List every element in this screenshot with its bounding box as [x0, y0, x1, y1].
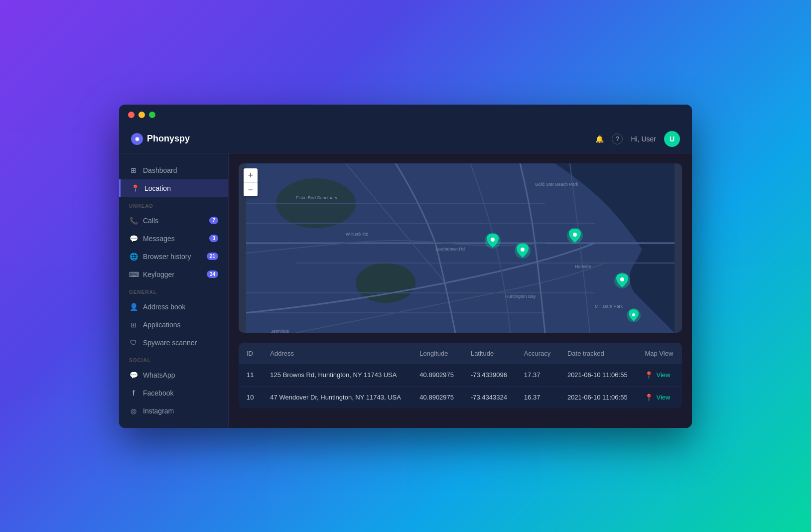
cell-longitude: 40.8902975 — [411, 364, 463, 387]
data-table: ID Address Longitude Latitude Accuracy D… — [239, 343, 682, 408]
cell-latitude: -73.4339096 — [463, 364, 516, 387]
browser-icon: 🌐 — [129, 253, 138, 261]
sidebar-item-label: Spyware scanner — [143, 339, 197, 347]
sidebar-item-label: Calls — [143, 217, 158, 225]
minimize-button[interactable] — [138, 112, 145, 118]
cell-latitude: -73.4343324 — [463, 386, 516, 408]
cell-date: 2021-06-10 11:06:55 — [559, 364, 637, 387]
sidebar-item-label: Applications — [143, 321, 181, 329]
sidebar-item-location[interactable]: 📍 Location — [119, 179, 228, 197]
help-icon[interactable]: ? — [612, 133, 623, 144]
calls-icon: 📞 — [129, 217, 138, 225]
svg-text:Fiske Bird Sanctuary: Fiske Bird Sanctuary — [296, 195, 338, 200]
logo-text: Phonyspy — [147, 133, 190, 144]
avatar: U — [664, 131, 680, 147]
view-label: View — [656, 394, 670, 401]
svg-point-18 — [491, 238, 495, 242]
close-button[interactable] — [128, 112, 135, 118]
sidebar-item-keylogger[interactable]: ⌨ Keylogger 34 — [119, 266, 228, 283]
map-container: Fiske Bird Sanctuary Gold Star Beach Par… — [239, 163, 682, 333]
maximize-button[interactable] — [149, 112, 155, 118]
keylogger-badge: 34 — [207, 270, 218, 278]
cell-view: 📍 View — [637, 386, 682, 408]
view-pin-icon: 📍 — [645, 371, 653, 379]
bell-icon[interactable]: 🔔 — [595, 135, 604, 143]
sidebar-item-address-book[interactable]: 👤 Address book — [119, 298, 228, 316]
cell-accuracy: 17.37 — [516, 364, 559, 387]
sidebar-item-whatsapp[interactable]: 💬 WhatsApp — [119, 366, 228, 384]
col-header-address: Address — [262, 343, 411, 364]
cell-date: 2021-06-10 11:06:55 — [559, 386, 637, 408]
location-icon: 📍 — [131, 184, 139, 192]
svg-text:Mill Dam Park: Mill Dam Park — [595, 304, 623, 309]
sidebar-item-calls[interactable]: 📞 Calls 7 — [119, 212, 228, 230]
messages-icon: 💬 — [129, 235, 138, 243]
sidebar-item-label: Keylogger — [143, 270, 174, 278]
svg-text:Gold Star Beach Park: Gold Star Beach Park — [535, 182, 579, 187]
cell-id: 10 — [239, 386, 262, 408]
sidebar-item-label: Messages — [143, 235, 175, 243]
calls-badge: 7 — [209, 217, 218, 224]
view-button-0[interactable]: 📍 View — [645, 371, 674, 379]
svg-point-20 — [521, 248, 525, 252]
section-label-unread: UNREAD — [119, 197, 228, 212]
logo-icon: ◉ — [131, 133, 143, 145]
browser-badge: 21 — [207, 253, 218, 260]
instagram-icon: ◎ — [129, 407, 138, 415]
logo: ◉ Phonyspy — [131, 133, 190, 145]
map-svg: Fiske Bird Sanctuary Gold Star Beach Par… — [239, 163, 682, 333]
sidebar-item-label: Address book — [143, 303, 186, 311]
address-icon: 👤 — [129, 303, 138, 311]
col-header-latitude: Latitude — [463, 343, 516, 364]
view-button-1[interactable]: 📍 View — [645, 394, 674, 401]
dashboard-icon: ⊞ — [129, 166, 138, 174]
sidebar-item-label: Location — [144, 184, 171, 192]
map-controls: + − — [244, 168, 258, 196]
cell-longitude: 40.8902975 — [411, 386, 463, 408]
cell-view: 📍 View — [637, 364, 682, 387]
cell-address: 47 Wendover Dr, Huntington, NY 11743, US… — [262, 386, 411, 408]
keylogger-icon: ⌨ — [129, 270, 138, 278]
sidebar-item-label: WhatsApp — [143, 371, 175, 379]
table-row: 10 47 Wendover Dr, Huntington, NY 11743,… — [239, 386, 682, 408]
view-pin-icon: 📍 — [645, 394, 653, 401]
apps-icon: ⊞ — [129, 321, 138, 329]
sidebar-item-applications[interactable]: ⊞ Applications — [119, 316, 228, 334]
zoom-out-button[interactable]: − — [244, 182, 258, 196]
col-header-accuracy: Accuracy — [516, 343, 559, 364]
sidebar-item-instagram[interactable]: ◎ Instagram — [119, 402, 228, 420]
main-content: Fiske Bird Sanctuary Gold Star Beach Par… — [229, 153, 692, 428]
titlebar — [119, 105, 692, 125]
svg-text:Southdown Rd: Southdown Rd — [435, 247, 465, 252]
svg-text:Huntington Bay: Huntington Bay — [505, 294, 536, 299]
messages-badge: 3 — [209, 235, 218, 242]
scanner-icon: 🛡 — [129, 339, 138, 347]
svg-point-24 — [620, 277, 624, 281]
sidebar-item-messages[interactable]: 💬 Messages 3 — [119, 230, 228, 248]
whatsapp-icon: 💬 — [129, 371, 138, 379]
sidebar-item-label: Dashboard — [143, 166, 177, 174]
sidebar-item-spyware-scanner[interactable]: 🛡 Spyware scanner — [119, 334, 228, 352]
view-label: View — [656, 371, 670, 379]
sidebar-item-label: Browser history — [143, 253, 191, 261]
sidebar: ⊞ Dashboard 📍 Location UNREAD 📞 Calls 7 … — [119, 153, 229, 428]
zoom-in-button[interactable]: + — [244, 168, 258, 182]
col-header-longitude: Longitude — [411, 343, 463, 364]
cell-accuracy: 16.37 — [516, 386, 559, 408]
svg-text:Jennings: Jennings — [271, 329, 289, 333]
sidebar-item-facebook[interactable]: f Facebook — [119, 384, 228, 402]
greeting-text: Hi, User — [631, 135, 656, 143]
svg-text:Halesite: Halesite — [575, 264, 591, 269]
sidebar-item-label: Instagram — [143, 407, 174, 415]
svg-text:W Neck Rd: W Neck Rd — [346, 232, 369, 237]
col-header-id: ID — [239, 343, 262, 364]
sidebar-item-dashboard[interactable]: ⊞ Dashboard — [119, 161, 228, 179]
app-header: ◉ Phonyspy 🔔 ? Hi, User U — [119, 125, 692, 153]
svg-point-22 — [573, 233, 577, 237]
location-table: ID Address Longitude Latitude Accuracy D… — [239, 343, 682, 408]
cell-address: 125 Browns Rd, Huntington, NY 11743 USA — [262, 364, 411, 387]
table-row: 11 125 Browns Rd, Huntington, NY 11743 U… — [239, 364, 682, 387]
sidebar-item-browser-history[interactable]: 🌐 Browser history 21 — [119, 248, 228, 266]
svg-point-26 — [632, 313, 635, 316]
col-header-mapview: Map View — [637, 343, 682, 364]
